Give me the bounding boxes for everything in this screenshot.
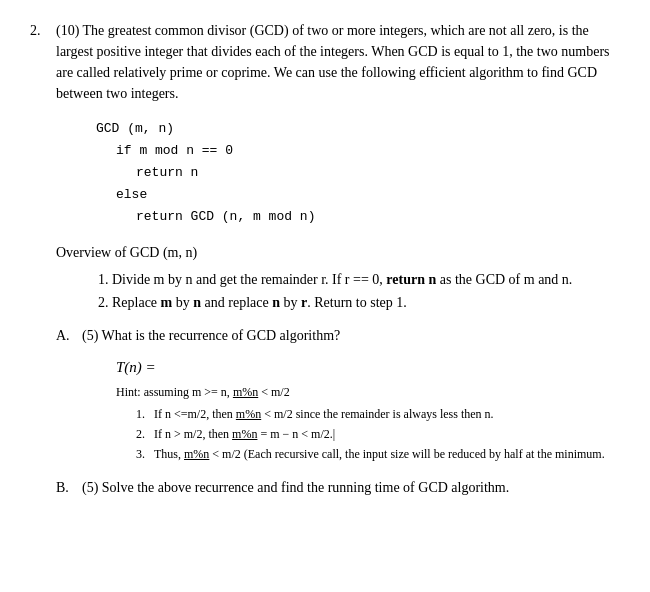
part-a-label: A. — [56, 325, 76, 346]
overview-list: Divide m by n and get the remainder r. I… — [112, 269, 620, 313]
code-line2: return n — [136, 162, 620, 184]
code-line3: else — [116, 184, 620, 206]
overview-section: Overview of GCD (m, n) Divide m by n and… — [56, 242, 620, 313]
overview-title: Overview of GCD (m, n) — [56, 242, 620, 263]
part-b-text: (5) Solve the above recurrence and find … — [82, 477, 509, 498]
intro-text: (10) The greatest common divisor (GCD) o… — [56, 20, 620, 104]
part-a-text: (5) What is the recurrence of GCD algori… — [82, 325, 340, 346]
code-title: GCD (m, n) — [96, 118, 620, 140]
recurrence-text: T(n) = — [116, 359, 156, 375]
overview-item-2: Replace m by n and replace n by r. Retur… — [112, 292, 620, 313]
hint-item-2: 2. If n > m/2, then m%n = m − n < m/2.| — [136, 425, 620, 443]
part-b-container: B. (5) Solve the above recurrence and fi… — [56, 477, 620, 498]
hint-list: 1. If n <=m/2, then m%n < m/2 since the … — [136, 405, 620, 463]
code-line4: return GCD (n, m mod n) — [136, 206, 620, 228]
hint-underline: m%n — [233, 385, 258, 399]
part-a-container: A. (5) What is the recurrence of GCD alg… — [56, 325, 620, 346]
hint-item-1: 1. If n <=m/2, then m%n < m/2 since the … — [136, 405, 620, 423]
recurrence-expression: T(n) = — [116, 356, 620, 379]
problem-number: 2. — [30, 20, 50, 498]
code-line1: if m mod n == 0 — [116, 140, 620, 162]
hint-item-3: 3. Thus, m%n < m/2 (Each recursive call,… — [136, 445, 620, 463]
part-b-label: B. — [56, 477, 76, 498]
hint-line: Hint: assuming m >= n, m%n < m/2 — [116, 383, 620, 401]
problem-intro: (10) The greatest common divisor (GCD) o… — [56, 20, 620, 498]
overview-item-1: Divide m by n and get the remainder r. I… — [112, 269, 620, 290]
problem-container: 2. (10) The greatest common divisor (GCD… — [30, 20, 620, 498]
code-block: GCD (m, n) if m mod n == 0 return n else… — [96, 118, 620, 228]
